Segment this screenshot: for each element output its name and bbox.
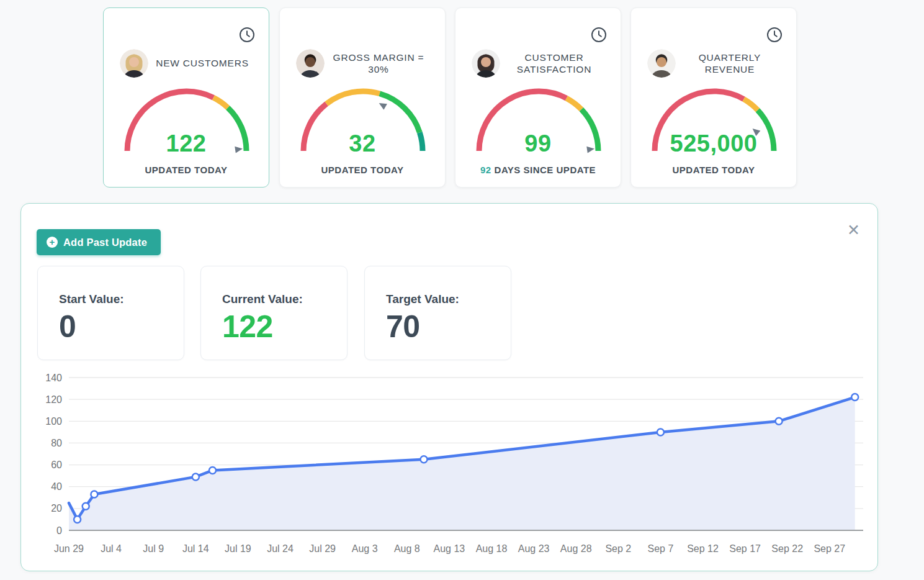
target-value-card: Target Value: 70 — [364, 266, 511, 360]
kpi-value: 99 — [455, 130, 621, 157]
svg-text:Sep 7: Sep 7 — [647, 543, 673, 554]
svg-text:40: 40 — [51, 481, 62, 492]
kpi-value: 525,000 — [631, 130, 796, 157]
start-value-label: Start Value: — [59, 292, 184, 306]
kpi-detail-panel: + Add Past Update ✕ Start Value: 0 Curre… — [20, 203, 878, 571]
close-icon[interactable]: ✕ — [847, 222, 860, 238]
svg-text:Jul 14: Jul 14 — [182, 543, 209, 554]
svg-text:Sep 27: Sep 27 — [814, 543, 845, 554]
kpi-card-quarterly-revenue[interactable]: QUARTERLY REVENUE 525,000 UPDATED TODAY — [630, 7, 797, 188]
add-past-update-label: Add Past Update — [63, 237, 147, 248]
kpi-value: 122 — [104, 130, 269, 157]
kpi-status: UPDATED TODAY — [280, 165, 445, 175]
kpi-status-text: UPDATED TODAY — [321, 165, 404, 175]
kpi-status-accent: 92 — [480, 165, 491, 175]
svg-text:Sep 2: Sep 2 — [605, 543, 631, 554]
svg-text:Aug 28: Aug 28 — [560, 543, 592, 554]
svg-text:Jul 19: Jul 19 — [225, 543, 251, 554]
svg-text:Aug 13: Aug 13 — [434, 543, 465, 554]
kpi-status-text: DAYS SINCE UPDATE — [495, 165, 596, 175]
svg-text:140: 140 — [45, 373, 62, 383]
kpi-card-new-customers[interactable]: NEW CUSTOMERS 122 UPDATED TODAY — [103, 7, 269, 188]
svg-text:20: 20 — [51, 503, 62, 514]
kpi-card-gross-margin[interactable]: GROSS MARGIN = 30% 32 UPDATED TODAY — [279, 7, 446, 188]
svg-text:100: 100 — [45, 416, 62, 427]
kpi-card-customer-satisfaction[interactable]: CUSTOMER SATISFACTION 99 92DAYS SINCE UP… — [455, 7, 621, 188]
svg-text:120: 120 — [45, 394, 62, 405]
kpi-title: CUSTOMER SATISFACTION — [508, 52, 601, 76]
svg-text:Aug 18: Aug 18 — [476, 543, 508, 554]
target-value: 70 — [386, 309, 511, 345]
kpi-status-text: UPDATED TODAY — [145, 165, 228, 175]
clock-icon — [239, 27, 255, 43]
avatar — [647, 49, 676, 78]
history-line-chart: 020406080100120140Jun 29Jul 4Jul 9Jul 14… — [21, 373, 879, 572]
clock-icon — [766, 27, 783, 43]
target-value-label: Target Value: — [386, 292, 511, 306]
svg-text:Aug 3: Aug 3 — [352, 543, 378, 554]
svg-text:Sep 22: Sep 22 — [771, 543, 803, 554]
start-value-card: Start Value: 0 — [37, 266, 184, 360]
avatar — [296, 49, 325, 78]
kpi-title: NEW CUSTOMERS — [156, 57, 249, 69]
add-past-update-button[interactable]: + Add Past Update — [37, 229, 161, 255]
current-value-card: Current Value: 122 — [200, 266, 348, 360]
svg-text:Aug 23: Aug 23 — [518, 543, 550, 554]
svg-text:Jun 29: Jun 29 — [54, 543, 84, 554]
start-value: 0 — [59, 309, 184, 345]
current-value: 122 — [222, 309, 347, 345]
svg-text:Jul 4: Jul 4 — [101, 543, 122, 554]
svg-text:Aug 8: Aug 8 — [394, 543, 420, 554]
svg-text:Jul 24: Jul 24 — [267, 543, 294, 554]
kpi-status: UPDATED TODAY — [631, 165, 796, 175]
svg-text:0: 0 — [56, 525, 62, 536]
svg-text:80: 80 — [51, 438, 62, 448]
svg-text:Sep 17: Sep 17 — [729, 543, 761, 554]
avatar — [472, 49, 500, 78]
plus-icon: + — [47, 237, 58, 248]
kpi-status-text: UPDATED TODAY — [673, 165, 755, 175]
svg-text:Jul 9: Jul 9 — [143, 543, 164, 554]
kpi-title: QUARTERLY REVENUE — [683, 52, 776, 76]
svg-text:Sep 12: Sep 12 — [687, 543, 719, 554]
kpi-status: 92DAYS SINCE UPDATE — [455, 165, 621, 175]
avatar — [120, 49, 148, 78]
kpi-status: UPDATED TODAY — [104, 165, 269, 175]
clock-icon — [591, 27, 607, 43]
current-value-label: Current Value: — [222, 292, 347, 306]
kpi-value: 32 — [280, 130, 445, 157]
svg-text:Jul 29: Jul 29 — [309, 543, 336, 554]
svg-text:60: 60 — [51, 460, 62, 470]
kpi-title: GROSS MARGIN = 30% — [332, 52, 425, 76]
